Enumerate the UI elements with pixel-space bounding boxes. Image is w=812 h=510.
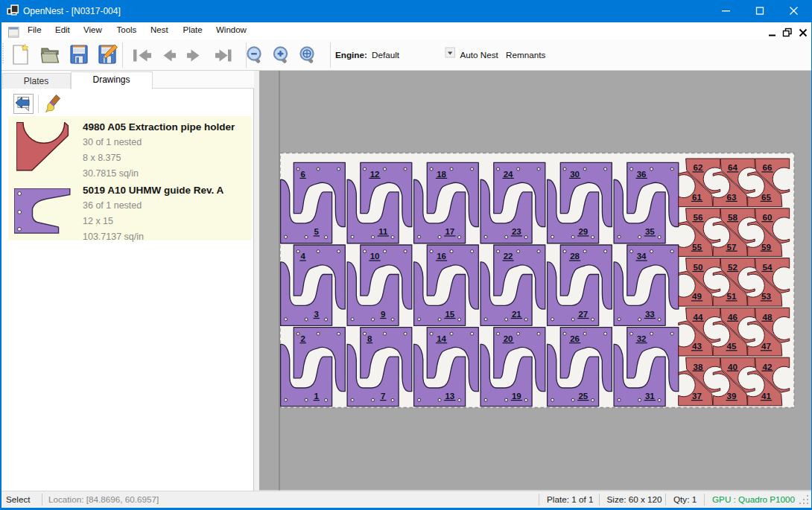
svg-text:24: 24 (503, 170, 513, 179)
svg-text:33: 33 (644, 310, 654, 319)
svg-text:55: 55 (692, 243, 702, 252)
svg-text:39: 39 (726, 392, 736, 401)
svg-text:65: 65 (761, 193, 771, 202)
svg-text:23: 23 (511, 227, 521, 236)
svg-text:9: 9 (381, 310, 385, 319)
svg-text:58: 58 (728, 213, 738, 222)
svg-text:12: 12 (369, 170, 379, 179)
svg-text:52: 52 (728, 263, 738, 272)
svg-text:49: 49 (692, 292, 702, 301)
svg-text:17: 17 (445, 227, 454, 236)
svg-text:2: 2 (300, 334, 305, 343)
svg-text:61: 61 (692, 193, 702, 202)
svg-text:54: 54 (762, 263, 772, 272)
svg-text:60: 60 (762, 213, 772, 222)
svg-text:47: 47 (761, 342, 771, 351)
svg-text:41: 41 (761, 392, 771, 401)
svg-text:10: 10 (369, 252, 379, 261)
svg-text:29: 29 (578, 227, 588, 236)
svg-text:30: 30 (570, 170, 580, 179)
svg-text:28: 28 (570, 252, 580, 261)
svg-text:44: 44 (693, 313, 702, 322)
svg-text:22: 22 (503, 252, 513, 261)
svg-text:53: 53 (761, 292, 771, 301)
svg-text:56: 56 (693, 213, 702, 222)
svg-text:18: 18 (437, 170, 446, 179)
svg-text:34: 34 (636, 252, 646, 261)
svg-text:42: 42 (762, 363, 772, 372)
svg-text:43: 43 (692, 342, 702, 351)
svg-text:57: 57 (726, 243, 736, 252)
svg-text:14: 14 (437, 334, 446, 343)
svg-text:62: 62 (693, 163, 702, 172)
svg-text:48: 48 (762, 313, 772, 322)
svg-text:19: 19 (511, 392, 521, 401)
svg-text:6: 6 (300, 170, 305, 179)
svg-text:32: 32 (636, 334, 646, 343)
svg-text:11: 11 (378, 227, 388, 236)
svg-text:25: 25 (578, 392, 588, 401)
svg-text:13: 13 (445, 392, 454, 401)
svg-text:5: 5 (314, 227, 319, 236)
svg-text:3: 3 (314, 310, 318, 319)
svg-text:64: 64 (728, 163, 738, 172)
svg-text:40: 40 (728, 363, 738, 372)
svg-text:21: 21 (511, 310, 521, 319)
svg-text:1: 1 (314, 392, 319, 401)
svg-text:8: 8 (367, 334, 372, 343)
svg-text:27: 27 (578, 310, 588, 319)
svg-text:37: 37 (692, 392, 702, 401)
svg-text:63: 63 (726, 193, 736, 202)
svg-text:20: 20 (503, 334, 513, 343)
svg-text:46: 46 (728, 313, 738, 322)
svg-text:35: 35 (644, 227, 654, 236)
svg-text:4: 4 (300, 252, 305, 261)
svg-text:31: 31 (644, 392, 654, 401)
svg-text:38: 38 (693, 363, 702, 372)
svg-text:7: 7 (381, 392, 385, 401)
svg-text:45: 45 (726, 342, 736, 351)
svg-text:50: 50 (693, 263, 702, 272)
svg-text:15: 15 (445, 310, 454, 319)
svg-text:16: 16 (437, 252, 446, 261)
svg-text:51: 51 (726, 292, 736, 301)
svg-text:59: 59 (761, 243, 771, 252)
svg-text:36: 36 (636, 170, 646, 179)
svg-text:26: 26 (570, 334, 580, 343)
svg-text:66: 66 (762, 163, 772, 172)
